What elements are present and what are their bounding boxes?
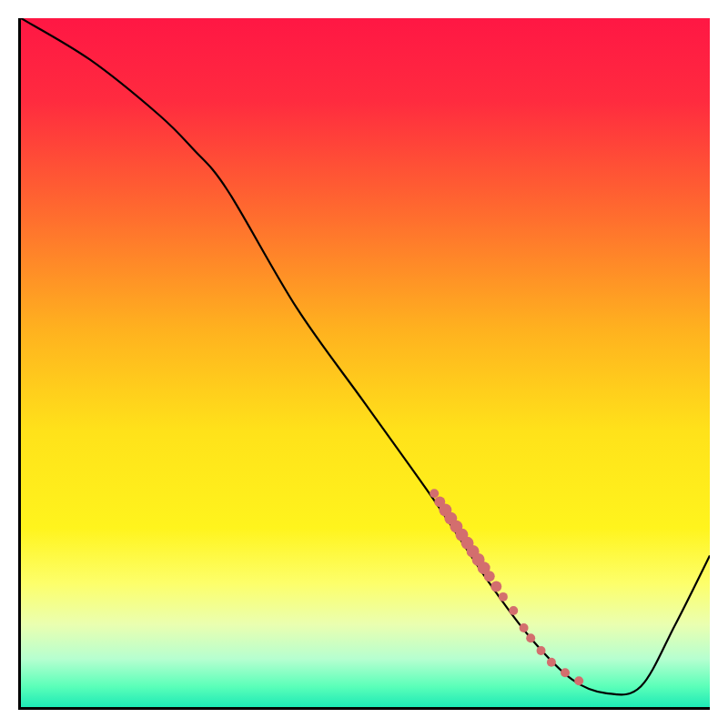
scatter-point — [547, 658, 556, 667]
plot-area: TheBottleneck.com — [18, 18, 710, 710]
scatter-point — [509, 606, 518, 615]
scatter-point — [490, 581, 501, 592]
scatter-point — [499, 592, 508, 602]
scatter-point — [537, 646, 546, 655]
scatter-point — [561, 668, 570, 677]
scatter-points — [430, 489, 583, 685]
chart-container: TheBottleneck.com — [0, 0, 728, 728]
scatter-point — [430, 489, 439, 498]
bottleneck-curve — [21, 18, 710, 694]
curve-layer — [21, 18, 710, 707]
scatter-point — [526, 633, 535, 642]
scatter-point — [520, 623, 529, 632]
scatter-point — [574, 676, 583, 685]
scatter-point — [484, 571, 495, 581]
